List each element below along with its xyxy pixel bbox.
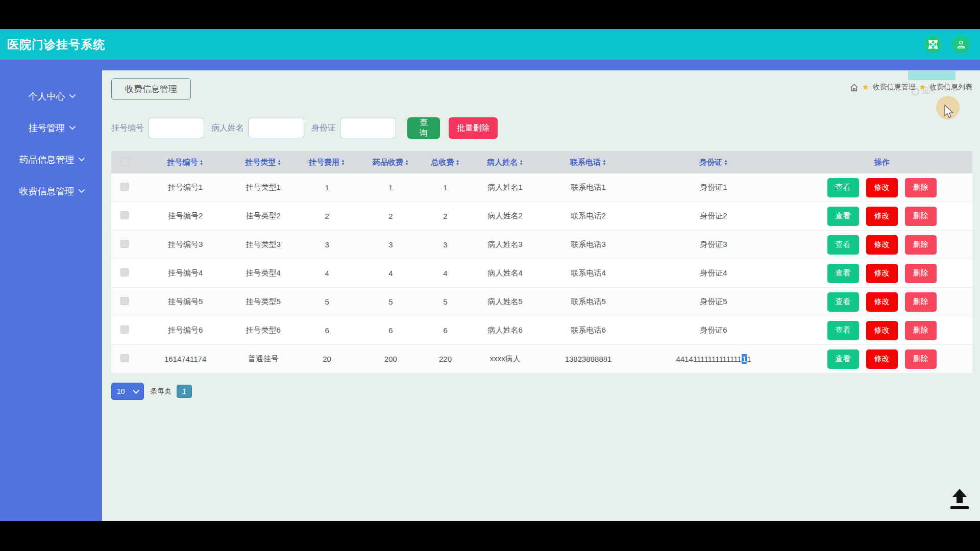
- view-button[interactable]: 查看: [827, 292, 859, 312]
- delete-button[interactable]: 删除: [905, 264, 937, 283]
- query-button[interactable]: 查询: [407, 117, 440, 139]
- sidebar-item-3[interactable]: 药品信息管理: [0, 144, 102, 176]
- search-input-1[interactable]: [148, 118, 204, 138]
- row-actions: 查看修改删除: [792, 349, 972, 369]
- fullscreen-button[interactable]: [924, 36, 942, 53]
- delete-button[interactable]: 删除: [905, 235, 937, 255]
- cell-reg_type: 挂号类型6: [233, 316, 294, 345]
- delete-button[interactable]: 删除: [905, 292, 937, 312]
- column-header-total_fee[interactable]: 总收费▲▼: [421, 151, 469, 173]
- column-header-label: 挂号费用: [309, 158, 339, 166]
- row-actions: 查看修改删除: [792, 178, 972, 197]
- edit-button[interactable]: 修改: [866, 321, 898, 340]
- search-field-label: 病人姓名: [211, 123, 244, 134]
- delete-button[interactable]: 删除: [905, 178, 937, 197]
- fee-table: 挂号编号▲▼挂号类型▲▼挂号费用▲▼药品收费▲▼总收费▲▼病人姓名▲▼联系电话▲…: [111, 151, 972, 373]
- delete-button[interactable]: 删除: [905, 321, 937, 340]
- sidebar-item-1[interactable]: 个人中心: [0, 81, 102, 112]
- select-all-checkbox[interactable]: [120, 158, 129, 166]
- sidebar-item-label: 个人中心: [29, 90, 65, 103]
- page-1-button[interactable]: 1: [177, 385, 192, 398]
- cell-reg_no: 挂号编号5: [138, 288, 233, 316]
- cell-reg_type: 挂号类型1: [233, 173, 294, 202]
- sidebar-item-2[interactable]: 挂号管理: [0, 112, 102, 144]
- tab-fee-info-management[interactable]: 收费信息管理: [111, 78, 191, 100]
- ghost-panel: [908, 71, 955, 80]
- page-size-value: 10: [117, 387, 125, 395]
- view-button[interactable]: 查看: [827, 349, 859, 369]
- sort-icon[interactable]: ▲▼: [405, 160, 409, 166]
- sort-icon[interactable]: ▲▼: [519, 160, 523, 166]
- sort-icon[interactable]: ▲▼: [341, 160, 345, 166]
- row-checkbox[interactable]: [120, 325, 129, 334]
- sort-icon[interactable]: ▲▼: [724, 160, 728, 166]
- cell-id_card: 身份证3: [635, 231, 791, 259]
- column-header-reg_type[interactable]: 挂号类型▲▼: [233, 151, 294, 173]
- cell-med_fee: 200: [360, 345, 422, 373]
- row-checkbox[interactable]: [120, 211, 129, 219]
- sidebar-item-4[interactable]: 收费信息管理: [0, 176, 102, 207]
- ghost-logout: 退出: [912, 87, 936, 96]
- column-header-id_card[interactable]: 身份证▲▼: [635, 151, 791, 173]
- cell-med_fee: 1: [360, 173, 422, 202]
- batch-delete-button[interactable]: 批量删除: [449, 117, 498, 139]
- home-icon[interactable]: [850, 83, 859, 92]
- view-button[interactable]: 查看: [827, 235, 859, 255]
- edit-button[interactable]: 修改: [866, 349, 898, 369]
- sort-icon[interactable]: ▲▼: [277, 160, 281, 166]
- column-header-label: 操作: [874, 158, 890, 166]
- table-row: 挂号编号2挂号类型2222病人姓名2联系电话2身份证2查看修改删除: [111, 202, 972, 231]
- page-size-select[interactable]: 10: [111, 383, 144, 400]
- top-bar-actions: [924, 36, 970, 53]
- upload-button[interactable]: [945, 488, 974, 513]
- column-header-phone[interactable]: 联系电话▲▼: [541, 151, 636, 173]
- user-button[interactable]: [952, 36, 970, 53]
- edit-button[interactable]: 修改: [866, 178, 898, 197]
- cell-phone: 13823888881: [541, 345, 636, 373]
- sidebar-item-label: 收费信息管理: [19, 185, 75, 197]
- cell-id_card: 身份证6: [635, 316, 791, 345]
- view-button[interactable]: 查看: [827, 321, 859, 340]
- column-header-label: 病人姓名: [487, 158, 518, 166]
- delete-button[interactable]: 删除: [905, 349, 937, 369]
- edit-button[interactable]: 修改: [866, 264, 898, 283]
- column-header-reg_fee[interactable]: 挂号费用▲▼: [294, 151, 360, 173]
- cell-patient: xxxx病人: [470, 345, 541, 373]
- view-button[interactable]: 查看: [827, 207, 859, 226]
- sort-icon[interactable]: ▲▼: [602, 160, 606, 166]
- chevron-down-icon: [78, 155, 85, 161]
- header-accent-band: [0, 60, 980, 70]
- power-icon: [912, 88, 919, 95]
- row-checkbox[interactable]: [120, 268, 129, 277]
- mouse-cursor: [944, 105, 955, 122]
- sort-icon[interactable]: ▲▼: [200, 160, 204, 166]
- edit-button[interactable]: 修改: [866, 207, 898, 226]
- view-button[interactable]: 查看: [827, 178, 859, 197]
- cell-reg_type: 挂号类型2: [233, 202, 294, 231]
- delete-button[interactable]: 删除: [905, 207, 937, 226]
- cell-reg_fee: 6: [294, 316, 360, 345]
- row-checkbox[interactable]: [120, 183, 129, 191]
- row-actions: 查看修改删除: [792, 235, 972, 255]
- ghost-logout-label: 退出: [922, 87, 936, 96]
- edit-button[interactable]: 修改: [866, 235, 898, 255]
- sort-icon[interactable]: ▲▼: [456, 160, 460, 166]
- column-header-patient[interactable]: 病人姓名▲▼: [470, 151, 541, 173]
- row-checkbox[interactable]: [120, 354, 129, 362]
- search-input-2[interactable]: [248, 118, 304, 138]
- top-bar: 医院门诊挂号系统: [0, 29, 980, 60]
- row-checkbox[interactable]: [120, 297, 129, 305]
- edit-button[interactable]: 修改: [866, 292, 898, 312]
- app-title: 医院门诊挂号系统: [7, 37, 105, 53]
- table-header-row: 挂号编号▲▼挂号类型▲▼挂号费用▲▼药品收费▲▼总收费▲▼病人姓名▲▼联系电话▲…: [111, 151, 972, 173]
- column-header-reg_no[interactable]: 挂号编号▲▼: [138, 151, 233, 173]
- cell-reg_fee: 5: [294, 288, 360, 316]
- cell-patient: 病人姓名1: [470, 173, 541, 202]
- breadcrumb-fee-info-management[interactable]: 收费信息管理: [873, 83, 916, 92]
- search-input-3[interactable]: [340, 118, 396, 138]
- row-checkbox[interactable]: [120, 240, 129, 248]
- cell-patient: 病人姓名2: [470, 202, 541, 231]
- column-header-med_fee[interactable]: 药品收费▲▼: [360, 151, 422, 173]
- view-button[interactable]: 查看: [827, 264, 859, 283]
- cell-id_card: 身份证5: [635, 288, 791, 316]
